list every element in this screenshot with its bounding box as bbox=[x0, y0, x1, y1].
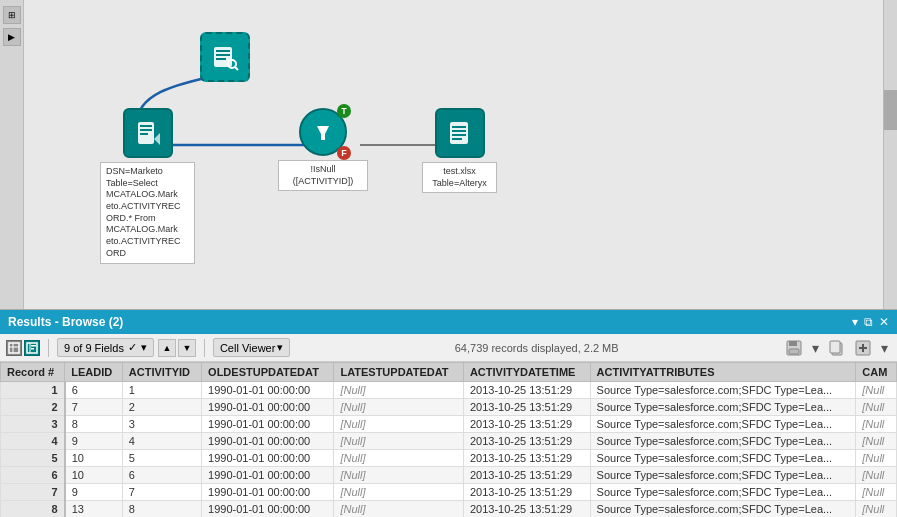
col-record-num[interactable]: Record # bbox=[1, 363, 65, 382]
table-row[interactable]: 81381990-01-01 00:00:00[Null]2013-10-25 … bbox=[1, 501, 897, 518]
filter-icon[interactable]: T F bbox=[299, 108, 347, 156]
cell-cam: [Null bbox=[856, 501, 897, 518]
cell-oldest: 1990-01-01 00:00:00 bbox=[202, 450, 334, 467]
cell-latest: [Null] bbox=[334, 382, 464, 399]
cell-leadid: 9 bbox=[65, 433, 123, 450]
table-row[interactable]: 51051990-01-01 00:00:00[Null]2013-10-25 … bbox=[1, 450, 897, 467]
svg-rect-13 bbox=[452, 126, 466, 128]
toolbar-add-btn[interactable] bbox=[852, 339, 874, 357]
cell-viewer-dropdown[interactable]: Cell Viewer ▾ bbox=[213, 338, 290, 357]
node-filter[interactable]: T F !IsNull([ACTIVITYID]) bbox=[278, 108, 368, 191]
toolbar-icon-table[interactable] bbox=[6, 340, 22, 356]
cell-leadid: 6 bbox=[65, 382, 123, 399]
table-row[interactable]: 4941990-01-01 00:00:00[Null]2013-10-25 1… bbox=[1, 433, 897, 450]
svg-rect-7 bbox=[140, 125, 152, 127]
col-activityid[interactable]: ACTIVITYID bbox=[122, 363, 201, 382]
cell-leadid: 13 bbox=[65, 501, 123, 518]
cell-latest: [Null] bbox=[334, 433, 464, 450]
input-icon[interactable] bbox=[123, 108, 173, 158]
cell-activitydt: 2013-10-25 13:51:29 bbox=[463, 501, 590, 518]
fields-checkmark: ✓ bbox=[128, 341, 137, 354]
cell-record-num: 5 bbox=[1, 450, 65, 467]
node-input[interactable]: DSN=Marketo Table=Select MCATALOG.Mark e… bbox=[100, 108, 195, 264]
cell-attrs: Source Type=salesforce.com;SFDC Type=Lea… bbox=[590, 382, 856, 399]
panel-icon-1[interactable]: ⊞ bbox=[3, 6, 21, 24]
table-row[interactable]: 3831990-01-01 00:00:00[Null]2013-10-25 1… bbox=[1, 416, 897, 433]
col-activitydt[interactable]: ACTIVITYDATETIME bbox=[463, 363, 590, 382]
panel-icon-2[interactable]: ▶ bbox=[3, 28, 21, 46]
cell-activityid: 3 bbox=[122, 416, 201, 433]
cell-oldest: 1990-01-01 00:00:00 bbox=[202, 382, 334, 399]
left-panel: ⊞ ▶ bbox=[0, 0, 24, 310]
results-minimize-btn[interactable]: ▾ bbox=[852, 316, 858, 328]
svg-rect-3 bbox=[216, 58, 226, 60]
svg-line-5 bbox=[235, 67, 238, 70]
cell-record-num: 3 bbox=[1, 416, 65, 433]
table-row[interactable]: 61061990-01-01 00:00:00[Null]2013-10-25 … bbox=[1, 467, 897, 484]
toolbar-copy-btn[interactable] bbox=[826, 339, 848, 357]
cell-attrs: Source Type=salesforce.com;SFDC Type=Lea… bbox=[590, 501, 856, 518]
toolbar-save2-btn[interactable]: ▾ bbox=[809, 339, 822, 357]
col-attrs[interactable]: ACTIVITYATTRIBUTES bbox=[590, 363, 856, 382]
output-label: test.xlsxTable=Alteryx bbox=[422, 162, 497, 193]
fields-count-label: 9 of 9 Fields bbox=[64, 342, 124, 354]
cell-record-num: 2 bbox=[1, 399, 65, 416]
col-oldest[interactable]: OLDESTUPDATEDAT bbox=[202, 363, 334, 382]
cell-attrs: Source Type=salesforce.com;SFDC Type=Lea… bbox=[590, 433, 856, 450]
toolbar-add-arrow-btn[interactable]: ▾ bbox=[878, 339, 891, 357]
cell-cam: [Null bbox=[856, 450, 897, 467]
results-restore-btn[interactable]: ⧉ bbox=[864, 316, 873, 328]
results-panel: Results - Browse (2) ▾ ⧉ ✕ 9 of 9 Fields… bbox=[0, 310, 897, 517]
data-table: Record # LEADID ACTIVITYID OLDESTUPDATED… bbox=[0, 362, 897, 517]
table-row[interactable]: 2721990-01-01 00:00:00[Null]2013-10-25 1… bbox=[1, 399, 897, 416]
cell-attrs: Source Type=salesforce.com;SFDC Type=Lea… bbox=[590, 450, 856, 467]
nav-down-btn[interactable]: ▼ bbox=[178, 339, 196, 357]
fields-dropdown-arrow[interactable]: ▾ bbox=[141, 341, 147, 354]
cell-latest: [Null] bbox=[334, 484, 464, 501]
cell-oldest: 1990-01-01 00:00:00 bbox=[202, 484, 334, 501]
cell-leadid: 8 bbox=[65, 416, 123, 433]
toolbar-right-icons: ▾ ▾ bbox=[783, 339, 891, 357]
output-icon[interactable] bbox=[435, 108, 485, 158]
toolbar-fields-selector[interactable]: 9 of 9 Fields ✓ ▾ bbox=[57, 338, 154, 357]
cell-oldest: 1990-01-01 00:00:00 bbox=[202, 416, 334, 433]
toolbar-icon-profile[interactable] bbox=[24, 340, 40, 356]
cell-cam: [Null bbox=[856, 416, 897, 433]
toolbar-sep-1 bbox=[48, 339, 49, 357]
cell-record-num: 4 bbox=[1, 433, 65, 450]
cell-attrs: Source Type=salesforce.com;SFDC Type=Lea… bbox=[590, 399, 856, 416]
cell-activitydt: 2013-10-25 13:51:29 bbox=[463, 484, 590, 501]
col-leadid[interactable]: LEADID bbox=[65, 363, 123, 382]
results-header-controls: ▾ ⧉ ✕ bbox=[852, 316, 889, 328]
cell-activityid: 6 bbox=[122, 467, 201, 484]
cell-record-num: 7 bbox=[1, 484, 65, 501]
node-output[interactable]: test.xlsxTable=Alteryx bbox=[422, 108, 497, 193]
cell-oldest: 1990-01-01 00:00:00 bbox=[202, 501, 334, 518]
table-body: 1611990-01-01 00:00:00[Null]2013-10-25 1… bbox=[1, 382, 897, 518]
svg-rect-15 bbox=[452, 134, 466, 136]
cell-viewer-label: Cell Viewer bbox=[220, 342, 275, 354]
col-cam[interactable]: CAM bbox=[856, 363, 897, 382]
cell-record-num: 8 bbox=[1, 501, 65, 518]
svg-rect-8 bbox=[140, 129, 152, 131]
nav-up-btn[interactable]: ▲ bbox=[158, 339, 176, 357]
cell-leadid: 10 bbox=[65, 467, 123, 484]
table-row[interactable]: 1611990-01-01 00:00:00[Null]2013-10-25 1… bbox=[1, 382, 897, 399]
results-title: Results - Browse (2) bbox=[8, 315, 123, 329]
cell-activitydt: 2013-10-25 13:51:29 bbox=[463, 450, 590, 467]
cell-cam: [Null bbox=[856, 467, 897, 484]
browse-icon[interactable] bbox=[200, 32, 250, 82]
cell-activityid: 7 bbox=[122, 484, 201, 501]
table-row[interactable]: 7971990-01-01 00:00:00[Null]2013-10-25 1… bbox=[1, 484, 897, 501]
cell-latest: [Null] bbox=[334, 399, 464, 416]
cell-activitydt: 2013-10-25 13:51:29 bbox=[463, 416, 590, 433]
svg-rect-12 bbox=[450, 122, 468, 144]
results-close-btn[interactable]: ✕ bbox=[879, 316, 889, 328]
canvas-scrollbar-thumb[interactable] bbox=[884, 90, 897, 130]
data-table-wrapper[interactable]: Record # LEADID ACTIVITYID OLDESTUPDATED… bbox=[0, 362, 897, 517]
col-latest[interactable]: LATESTUPDATEDAT bbox=[334, 363, 464, 382]
node-browse[interactable] bbox=[200, 32, 250, 82]
cell-latest: [Null] bbox=[334, 501, 464, 518]
toolbar-save-btn[interactable] bbox=[783, 339, 805, 357]
canvas-scrollbar[interactable] bbox=[883, 0, 897, 310]
